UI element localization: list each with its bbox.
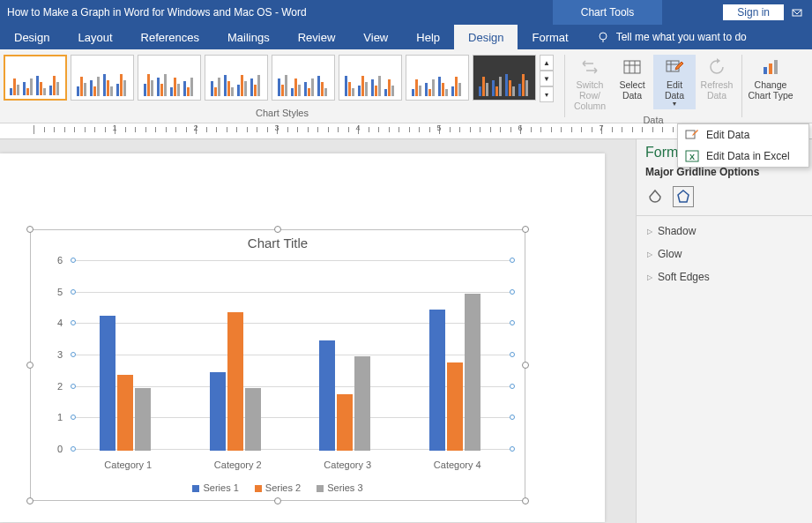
chart-style-thumb[interactable]	[473, 55, 536, 101]
bar[interactable]	[245, 388, 261, 451]
chart-styles-label: Chart Styles	[4, 108, 561, 118]
legend-item[interactable]: Series 3	[317, 482, 362, 493]
select-data-button[interactable]: Select Data	[611, 55, 653, 109]
type-group: Change Chart Type	[742, 49, 799, 123]
bar[interactable]	[117, 375, 133, 451]
tab-references[interactable]: References	[127, 25, 213, 49]
tab-layout[interactable]: Layout	[63, 25, 126, 49]
data-group: Switch Row/ Column Select Data Edit Data…	[565, 49, 741, 123]
chart-title[interactable]: Chart Title	[31, 230, 525, 254]
resize-handle-ne[interactable]	[522, 226, 529, 233]
title-bar: How to Make a Graph in Word for Windows …	[0, 0, 812, 25]
tell-me-search[interactable]: Tell me what you want to do	[583, 25, 747, 49]
svg-rect-10	[764, 67, 767, 74]
chart-style-thumb[interactable]	[339, 55, 402, 101]
ruler-label: 6	[518, 123, 522, 132]
contextual-tab-chart-tools: Chart Tools	[553, 0, 662, 25]
format-pane-subtitle: Major Gridline Options	[645, 166, 803, 178]
chart-object[interactable]: Chart Title 0123456 Category 1Category 2…	[30, 229, 525, 501]
resize-handle-nw[interactable]	[26, 226, 34, 233]
fill-line-tab-icon[interactable]	[645, 187, 665, 206]
bar[interactable]	[429, 310, 445, 452]
resize-handle-e[interactable]	[522, 362, 529, 369]
ribbon-display-icon[interactable]	[789, 4, 805, 20]
bar[interactable]	[135, 388, 151, 451]
svg-rect-12	[774, 60, 778, 74]
svg-rect-3	[624, 61, 640, 73]
glow-section[interactable]: ▷Glow	[645, 243, 803, 265]
document-title: How to Make a Graph in Word for Windows …	[7, 6, 307, 19]
tab-design-page[interactable]: Design	[0, 25, 63, 49]
bar[interactable]	[319, 340, 335, 451]
soft-edges-section[interactable]: ▷Soft Edges	[645, 265, 803, 288]
select-data-icon	[622, 56, 643, 78]
switch-row-column-button: Switch Row/ Column	[569, 55, 611, 109]
tab-chart-format[interactable]: Format	[518, 25, 582, 49]
ribbon: ▲ ▼ ▾ Chart Styles Switch Row/ Column Se…	[0, 49, 812, 123]
chart-type-icon	[760, 56, 781, 78]
shadow-section[interactable]: ▷Shadow	[645, 220, 803, 243]
ruler-label: 4	[355, 123, 360, 132]
bar[interactable]	[337, 394, 353, 451]
ruler-label: 5	[436, 123, 441, 132]
gallery-more-button[interactable]: ▾	[540, 86, 554, 102]
chart-style-thumb[interactable]	[4, 55, 67, 101]
bar[interactable]	[465, 294, 480, 451]
chart-style-thumb[interactable]	[71, 55, 134, 101]
refresh-data-button: Refresh Data	[696, 55, 738, 109]
tab-review[interactable]: Review	[284, 25, 350, 49]
effects-tab-icon[interactable]	[674, 187, 693, 206]
expand-icon: ▷	[647, 228, 652, 235]
chart-style-thumb[interactable]	[205, 55, 268, 101]
edit-data-button[interactable]: Edit Data ▼	[653, 55, 696, 109]
bar[interactable]	[447, 362, 463, 451]
svg-rect-11	[769, 64, 772, 74]
bar[interactable]	[354, 356, 370, 451]
tell-me-label: Tell me what you want to do	[616, 31, 747, 43]
y-axis-label: 1	[57, 412, 63, 422]
y-axis-label: 0	[57, 444, 63, 454]
resize-handle-w[interactable]	[26, 362, 34, 369]
chart-styles-group: ▲ ▼ ▾ Chart Styles	[0, 49, 564, 123]
sign-in-button[interactable]: Sign in	[723, 4, 784, 20]
resize-handle-se[interactable]	[522, 497, 529, 504]
gallery-up-button[interactable]: ▲	[540, 55, 554, 71]
x-axis-label: Category 3	[293, 459, 403, 470]
bar[interactable]	[100, 316, 115, 451]
bar[interactable]	[227, 312, 243, 451]
ruler-label: 7	[599, 123, 603, 132]
lightbulb-icon	[597, 31, 609, 43]
chart-style-thumb[interactable]	[272, 55, 335, 101]
resize-handle-s[interactable]	[274, 497, 281, 504]
plot-area[interactable]: 0123456	[73, 260, 512, 451]
tab-mailings[interactable]: Mailings	[213, 25, 284, 49]
bar[interactable]	[210, 372, 226, 451]
tab-help[interactable]: Help	[402, 25, 454, 49]
tab-chart-design[interactable]: Design	[454, 25, 518, 49]
format-pane: Format Major Gridlines Major Gridline Op…	[636, 139, 812, 523]
chart-style-thumb[interactable]	[138, 55, 201, 101]
legend-item[interactable]: Series 2	[255, 482, 301, 493]
document-area: Chart Title 0123456 Category 1Category 2…	[0, 139, 812, 523]
resize-handle-sw[interactable]	[26, 497, 34, 504]
legend-item[interactable]: Series 1	[192, 482, 238, 493]
x-axis-label: Category 4	[403, 459, 513, 470]
y-axis-label: 5	[57, 287, 63, 297]
change-chart-type-button[interactable]: Change Chart Type	[746, 55, 795, 109]
edit-data-icon	[664, 56, 685, 78]
excel-icon: X	[685, 149, 699, 163]
x-axis-label: Category 2	[183, 459, 294, 470]
chart-style-thumb[interactable]	[406, 55, 469, 101]
y-axis-label: 6	[57, 255, 63, 265]
tab-view[interactable]: View	[349, 25, 402, 49]
ruler-label: 2	[193, 123, 197, 132]
resize-handle-n[interactable]	[274, 226, 281, 233]
edit-data-menu-item[interactable]: Edit Data	[678, 124, 808, 146]
gallery-down-button[interactable]: ▼	[540, 71, 554, 86]
edit-data-excel-menu-item[interactable]: X Edit Data in Excel	[678, 146, 808, 167]
legend[interactable]: Series 1Series 2Series 3	[31, 482, 525, 493]
svg-text:X: X	[689, 153, 695, 161]
switch-icon	[579, 56, 600, 78]
x-axis-label: Category 1	[73, 459, 183, 470]
page[interactable]: Chart Title 0123456 Category 1Category 2…	[0, 153, 605, 522]
